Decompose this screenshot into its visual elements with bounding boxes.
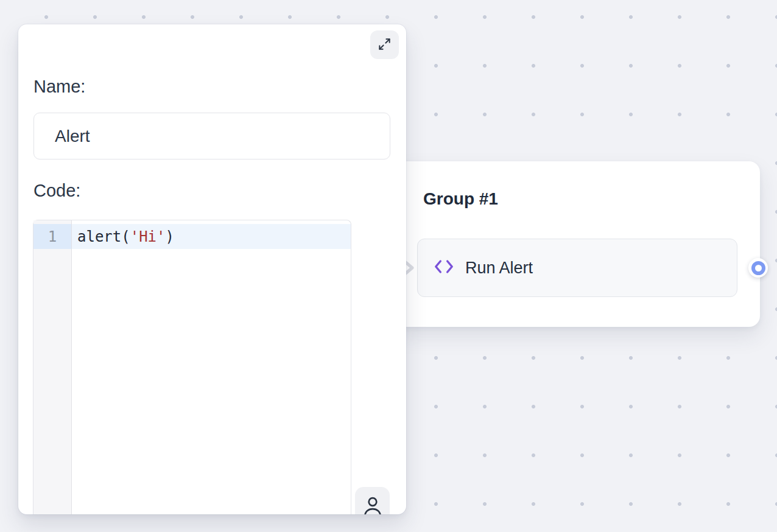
code-editor[interactable]: 1 alert('Hi') bbox=[33, 220, 351, 514]
flow-canvas[interactable]: Group #1 Run Alert bbox=[0, 0, 777, 532]
code-icon bbox=[434, 258, 454, 278]
name-input[interactable] bbox=[33, 113, 390, 159]
code-line: alert('Hi') bbox=[72, 224, 351, 249]
code-token: alert( bbox=[77, 228, 130, 245]
node-editor-panel: Name: Code: 1 alert('Hi') bbox=[18, 24, 406, 514]
node-label: Run Alert bbox=[465, 259, 533, 278]
connector-dot bbox=[751, 261, 765, 275]
code-label: Code: bbox=[33, 180, 80, 201]
line-number: 1 bbox=[33, 224, 71, 249]
group-title: Group #1 bbox=[423, 189, 498, 209]
expand-button[interactable] bbox=[370, 30, 399, 59]
code-token: ) bbox=[166, 228, 174, 245]
code-token: 'Hi' bbox=[130, 228, 166, 245]
node-run-alert[interactable]: Run Alert bbox=[417, 239, 737, 297]
group-card[interactable]: Group #1 Run Alert bbox=[396, 161, 760, 327]
editor-gutter: 1 bbox=[33, 220, 72, 514]
editor-code-area[interactable]: alert('Hi') bbox=[72, 220, 351, 514]
output-connector-handle[interactable] bbox=[748, 258, 768, 278]
user-button[interactable] bbox=[355, 487, 390, 514]
expand-icon bbox=[378, 37, 392, 53]
name-label: Name: bbox=[33, 76, 85, 97]
user-icon bbox=[362, 494, 384, 514]
